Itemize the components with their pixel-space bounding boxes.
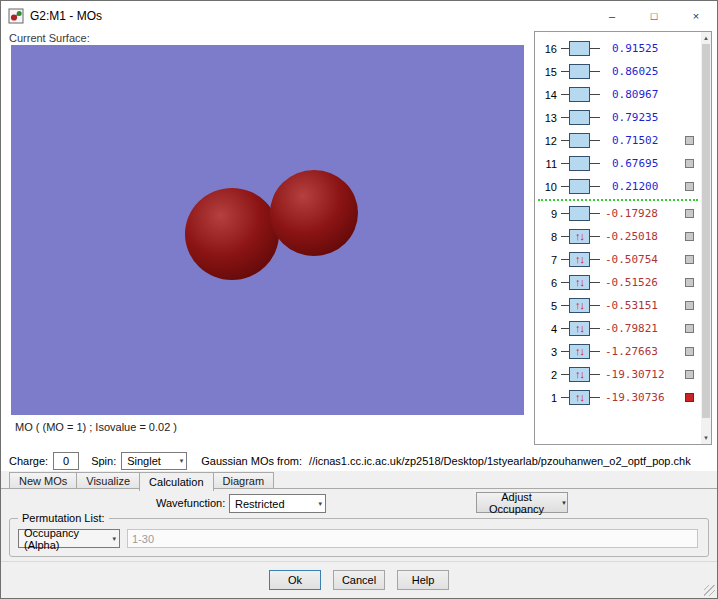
electron-arrows-icon: ↑↓ (575, 323, 584, 334)
mo-select-indicator[interactable] (685, 255, 694, 264)
mo-level-line (590, 259, 600, 260)
mo-list-panel: 16 ↑↓ 0.91525 15 ↑↓ 0.86025 14 ↑↓ 0.8096… (534, 31, 712, 445)
tab-calculation[interactable]: Calculation (139, 472, 213, 491)
mo-orbital-box[interactable]: ↑↓ (569, 390, 590, 405)
tab-new-mos[interactable]: New MOs (9, 472, 77, 489)
mo-index: 9 (535, 208, 557, 220)
mo-row[interactable]: 3 ↑↓ -1.27663 (535, 340, 701, 363)
dropdown-arrow-icon: ▼ (561, 500, 567, 506)
mo-orbital-box[interactable]: ↑↓ (569, 367, 590, 382)
mo-energy: 0.71502 (605, 134, 658, 147)
mo-level-line (590, 163, 600, 164)
spin-select[interactable]: Singlet ▾ (121, 452, 187, 470)
maximize-button[interactable]: □ (633, 1, 675, 30)
mo-level-line (561, 328, 569, 329)
electron-arrows-icon: ↑↓ (575, 300, 584, 311)
mo-select-indicator[interactable] (685, 209, 694, 218)
mo-row[interactable]: 12 ↑↓ 0.71502 (535, 129, 701, 152)
mo-orbital-box[interactable]: ↑↓ (569, 133, 590, 148)
mo-energy: -0.79821 (605, 322, 658, 335)
mo-energy: -0.17928 (605, 207, 658, 220)
molecule-viewer[interactable] (11, 45, 524, 415)
tab-visualize[interactable]: Visualize (76, 472, 140, 489)
mo-index: 2 (535, 369, 557, 381)
homo-lumo-divider (538, 199, 698, 201)
mo-energy: -0.51526 (605, 276, 658, 289)
mo-row[interactable]: 16 ↑↓ 0.91525 (535, 37, 701, 60)
mo-index: 3 (535, 346, 557, 358)
permutation-list-input[interactable] (127, 529, 698, 548)
mo-select-indicator[interactable] (685, 393, 694, 402)
mo-select-indicator[interactable] (685, 347, 694, 356)
mo-orbital-box[interactable]: ↑↓ (569, 275, 590, 290)
scrollbar-thumb[interactable] (702, 44, 710, 418)
mo-row[interactable]: 11 ↑↓ 0.67695 (535, 152, 701, 175)
electron-arrows-icon: ↑↓ (575, 277, 584, 288)
mo-level-line (590, 94, 600, 95)
wavefunction-select[interactable]: Restricted ▾ (229, 494, 326, 513)
mo-orbital-box[interactable]: ↑↓ (569, 64, 590, 79)
mo-row[interactable]: 13 ↑↓ 0.79235 (535, 106, 701, 129)
mo-orbital-box[interactable]: ↑↓ (569, 206, 590, 221)
tab-bar: New MOs Visualize Calculation Diagram (9, 471, 274, 489)
mo-orbital-box[interactable]: ↑↓ (569, 344, 590, 359)
mo-row[interactable]: 2 ↑↓ -19.30712 (535, 363, 701, 386)
mo-orbital-box[interactable]: ↑↓ (569, 252, 590, 267)
oxygen-atom-right[interactable] (270, 170, 358, 256)
scroll-down-icon: ▼ (703, 435, 709, 441)
mo-row[interactable]: 1 ↑↓ -19.30736 (535, 386, 701, 409)
mo-index: 11 (535, 158, 557, 170)
mo-orbital-box[interactable]: ↑↓ (569, 321, 590, 336)
mo-orbital-box[interactable]: ↑↓ (569, 179, 590, 194)
electron-arrows-icon: ↑↓ (575, 254, 584, 265)
mo-row[interactable]: 14 ↑↓ 0.80967 (535, 83, 701, 106)
charge-input[interactable] (53, 452, 79, 470)
mo-row[interactable]: 5 ↑↓ -0.53151 (535, 294, 701, 317)
resize-grip[interactable] (704, 585, 715, 596)
calculation-pane: Wavefunction: Restricted ▾ Adjust Occupa… (1, 489, 717, 563)
mo-orbital-box[interactable]: ↑↓ (569, 110, 590, 125)
wavefunction-value: Restricted (235, 498, 285, 510)
chevron-down-icon: ▾ (180, 457, 184, 465)
mo-row[interactable]: 7 ↑↓ -0.50754 (535, 248, 701, 271)
mo-select-indicator[interactable] (685, 232, 694, 241)
help-button[interactable]: Help (397, 570, 449, 590)
mo-select-indicator[interactable] (685, 136, 694, 145)
charge-label: Charge: (9, 455, 48, 467)
permutation-list-group: Permutation List: Occupancy (Alpha) ▾ (9, 518, 709, 557)
electron-arrows-icon: ↑↓ (575, 231, 584, 242)
adjust-occupancy-button[interactable]: Adjust Occupancy ▼ (476, 492, 568, 513)
mo-row[interactable]: 8 ↑↓ -0.25018 (535, 225, 701, 248)
mo-energy: 0.80967 (605, 88, 658, 101)
oxygen-atom-left[interactable] (185, 188, 279, 280)
mo-row[interactable]: 15 ↑↓ 0.86025 (535, 60, 701, 83)
mo-select-indicator[interactable] (685, 278, 694, 287)
mo-select-indicator[interactable] (685, 159, 694, 168)
current-surface-label: Current Surface: (9, 32, 90, 44)
occupancy-mode-select[interactable]: Occupancy (Alpha) ▾ (18, 529, 120, 548)
mo-select-indicator[interactable] (685, 301, 694, 310)
mo-row[interactable]: 9 ↑↓ -0.17928 (535, 202, 701, 225)
mo-row[interactable]: 4 ↑↓ -0.79821 (535, 317, 701, 340)
ok-button[interactable]: Ok (269, 570, 321, 590)
mo-row[interactable]: 6 ↑↓ -0.51526 (535, 271, 701, 294)
mo-row[interactable]: 10 ↑↓ 0.21200 (535, 175, 701, 198)
app-window: G2:M1 - MOs – □ × Current Surface: MO ( … (0, 0, 718, 599)
mo-select-indicator[interactable] (685, 370, 694, 379)
mo-orbital-box[interactable]: ↑↓ (569, 229, 590, 244)
mo-orbital-box[interactable]: ↑↓ (569, 298, 590, 313)
mo-orbital-box[interactable]: ↑↓ (569, 41, 590, 56)
close-button[interactable]: × (675, 1, 717, 30)
mo-select-indicator[interactable] (685, 182, 694, 191)
mo-orbital-box[interactable]: ↑↓ (569, 87, 590, 102)
minimize-button[interactable]: – (591, 1, 633, 30)
mo-orbital-box[interactable]: ↑↓ (569, 156, 590, 171)
scroll-up-button[interactable]: ▲ (701, 32, 711, 44)
mo-scrollbar[interactable]: ▲ ▼ (701, 32, 711, 444)
mo-level-line (590, 71, 600, 72)
tab-diagram[interactable]: Diagram (213, 472, 275, 489)
mo-select-indicator[interactable] (685, 324, 694, 333)
cancel-button[interactable]: Cancel (333, 570, 385, 590)
scroll-up-icon: ▲ (703, 35, 709, 41)
scroll-down-button[interactable]: ▼ (701, 432, 711, 444)
